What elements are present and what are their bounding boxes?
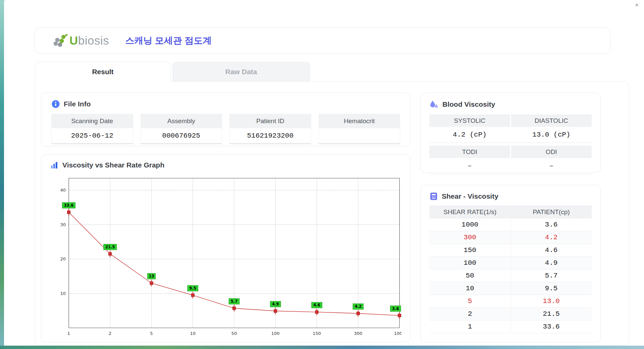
blood-header-systolic: SYSTOLIC <box>429 114 510 127</box>
svg-text:4.6: 4.6 <box>313 303 320 307</box>
svg-text:20: 20 <box>60 256 66 261</box>
table-row: 513.0 <box>429 295 592 308</box>
file-info-title: File Info <box>64 100 91 108</box>
svg-text:2: 2 <box>109 331 111 336</box>
app-title: 스캐닝 모세관 점도계 <box>125 35 212 47</box>
svg-text:5: 5 <box>150 331 153 336</box>
table-cell: 4.2 <box>511 231 592 244</box>
viscosity-graph-card: Viscosity vs Shear Rate Graph 1020304012… <box>41 154 411 342</box>
shear-table-body: 10003.63004.21504.61004.9505.7109.5513.0… <box>429 218 592 333</box>
app-header: Ubiosis 스캐닝 모세관 점도계 <box>35 28 611 54</box>
info-icon <box>51 100 60 108</box>
table-row: 10003.6 <box>429 218 592 231</box>
field-label: Hematocrit <box>319 114 400 128</box>
graph-title: Viscosity vs Shear Rate Graph <box>62 161 164 169</box>
svg-text:100: 100 <box>271 331 280 336</box>
svg-text:3.6: 3.6 <box>392 306 399 311</box>
file-info-card: File Info Scanning Date 2025-06-12 Assem… <box>41 93 411 146</box>
desktop-wallpaper-bottom <box>0 346 644 349</box>
svg-text:10: 10 <box>190 331 196 336</box>
bar-chart-icon <box>50 161 59 169</box>
table-row: 1004.9 <box>429 257 592 269</box>
file-info-fields: Scanning Date 2025-06-12 Assembly 000676… <box>51 114 400 144</box>
table-row: 1504.6 <box>429 244 592 257</box>
table-row: 3004.2 <box>429 231 592 244</box>
table-cell: 5.7 <box>511 269 592 282</box>
table-cell: 9.5 <box>511 282 592 295</box>
droplet-icon <box>429 100 439 109</box>
svg-text:300: 300 <box>354 331 362 336</box>
field-label: Scanning Date <box>52 114 133 128</box>
field-value <box>319 128 400 144</box>
shear-table-header: SHEAR RATE(1/s) PATIENT(cp) <box>429 205 592 218</box>
table-cell: 10 <box>429 282 511 295</box>
blood-value-diastolic: 13.0 (cP) <box>511 127 592 143</box>
table-cell: 2 <box>429 308 511 320</box>
blood-value-todi: – <box>429 158 510 174</box>
field-hematocrit: Hematocrit <box>319 114 400 144</box>
leaf-cluster-icon <box>52 34 68 48</box>
table-cell: 4.6 <box>511 244 592 257</box>
table-cell: 300 <box>429 231 511 244</box>
blood-value-systolic: 4.2 (cP) <box>429 127 510 143</box>
blood-header-todi: TODI <box>429 146 510 158</box>
table-row: 133.6 <box>429 320 592 333</box>
viscosity-chart: 102030401251050100150300100033.621.5139.… <box>50 173 401 341</box>
shear-table: SHEAR RATE(1/s) PATIENT(cp) 10003.63004.… <box>429 205 592 333</box>
tab-result[interactable]: Result <box>35 62 171 82</box>
desktop-wallpaper-left <box>0 0 4 349</box>
table-row: 109.5 <box>429 282 592 295</box>
svg-text:4.9: 4.9 <box>272 302 279 306</box>
svg-text:10: 10 <box>60 291 66 296</box>
table-cell: 33.6 <box>511 320 592 333</box>
svg-text:50: 50 <box>231 331 237 336</box>
table-cell: 1000 <box>429 218 511 231</box>
field-assembly: Assembly 000676925 <box>141 114 222 144</box>
field-value: 51621923200 <box>230 128 311 144</box>
tab-raw-data[interactable]: Raw Data <box>172 62 310 81</box>
table-row: 505.7 <box>429 269 592 282</box>
svg-text:21.5: 21.5 <box>105 245 115 249</box>
column-header-patient: PATIENT(cp) <box>511 205 592 218</box>
column-header-shear-rate: SHEAR RATE(1/s) <box>429 205 511 218</box>
svg-text:30: 30 <box>60 222 66 227</box>
chart-area: 102030401251050100150300100033.621.5139.… <box>50 173 401 343</box>
table-cell: 100 <box>429 257 511 269</box>
field-value: 2025-06-12 <box>52 128 133 144</box>
table-cell: 150 <box>429 244 511 257</box>
field-patient-id: Patient ID 51621923200 <box>229 114 311 144</box>
blood-header-odi: ODI <box>511 146 592 158</box>
svg-text:150: 150 <box>313 331 321 336</box>
blood-header-diastolic: DIASTOLIC <box>511 114 592 127</box>
table-cell: 1 <box>429 320 511 333</box>
svg-text:40: 40 <box>60 188 66 193</box>
blood-viscosity-card: Blood Viscosity SYSTOLIC DIASTOLIC 4.2 (… <box>420 93 601 173</box>
shear-viscosity-title: Shear - Viscosity <box>442 192 498 200</box>
logo-text: Ubiosis <box>69 34 109 47</box>
blood-viscosity-grid: SYSTOLIC DIASTOLIC 4.2 (cP) 13.0 (cP) TO… <box>429 114 592 174</box>
svg-text:1: 1 <box>67 331 70 336</box>
logo-text-rest: biosis <box>78 34 109 47</box>
table-cell: 13.0 <box>511 295 592 308</box>
field-label: Assembly <box>141 114 222 128</box>
svg-text:13: 13 <box>149 274 154 279</box>
ubiosis-logo: Ubiosis <box>52 34 109 48</box>
window-close-button[interactable]: × <box>635 2 639 8</box>
table-cell: 5 <box>429 295 511 308</box>
table-cell: 3.6 <box>511 218 592 231</box>
field-value: 000676925 <box>141 128 222 144</box>
blood-value-odi: – <box>511 158 592 174</box>
blood-viscosity-title: Blood Viscosity <box>442 100 495 108</box>
svg-text:1000: 1000 <box>394 331 401 336</box>
table-cell: 50 <box>429 269 511 282</box>
table-cell: 4.9 <box>511 257 592 269</box>
table-row: 221.5 <box>429 308 592 320</box>
field-label: Patient ID <box>230 114 311 128</box>
svg-text:5.7: 5.7 <box>231 299 237 304</box>
shear-viscosity-card: Shear - Viscosity SHEAR RATE(1/s) PATIEN… <box>420 185 601 342</box>
svg-text:33.6: 33.6 <box>64 203 73 208</box>
svg-text:9.5: 9.5 <box>190 286 196 291</box>
app-window: × Ubiosis 스캐닝 모세관 점도계 Result Raw Data <box>4 0 644 346</box>
logo-text-u: U <box>69 34 78 47</box>
table-cell: 21.5 <box>511 308 592 320</box>
